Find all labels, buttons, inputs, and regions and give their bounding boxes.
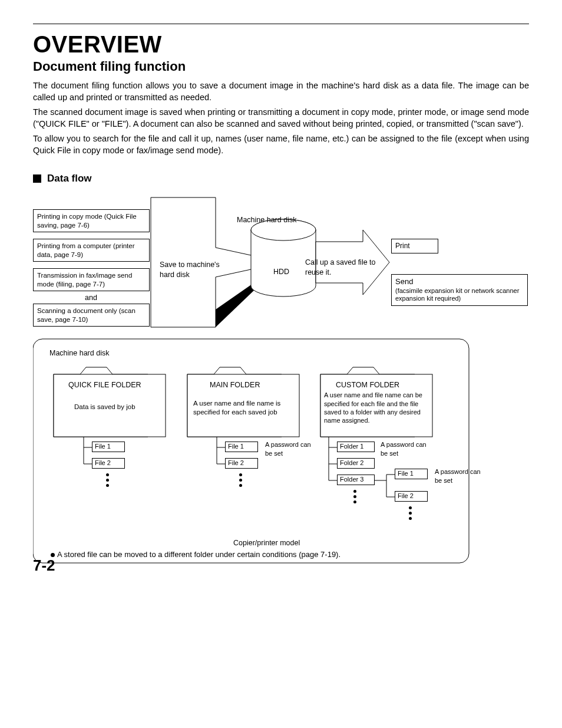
input-box-1: Printing in copy mode (Quick File saving… (33, 209, 150, 232)
page-number: 7-2 (33, 556, 55, 575)
custom-dots-2 (409, 506, 412, 520)
main-file-2: File 2 (225, 458, 258, 469)
call-label: Call up a saved file to reuse it. (305, 258, 376, 277)
main-file-1: File 1 (225, 442, 258, 452)
top-rule (33, 24, 529, 24)
paragraph-1: The document filing function allows you … (33, 80, 529, 103)
main-dots (239, 473, 242, 487)
page-title: OVERVIEW (33, 31, 529, 58)
main-pw: A password can be set (265, 440, 318, 457)
quick-file-2: File 2 (92, 458, 125, 469)
print-box: Print (391, 239, 438, 253)
send-label: Send (395, 277, 524, 286)
and-label: and (85, 293, 97, 302)
hdd-label: HDD (273, 267, 289, 276)
input-box-2: Printing from a computer (printer data, … (33, 239, 150, 262)
custom-pw2: A password can be set (435, 467, 488, 485)
save-label: Save to machine's hard disk (160, 260, 230, 279)
quick-folder-desc: Data is saved by job (74, 403, 163, 411)
custom-folder-hd: CUSTOM FOLDER (336, 380, 399, 390)
custom-dots-1 (353, 490, 356, 503)
quick-file-1: File 1 (92, 442, 125, 452)
quick-folder-hd: QUICK FILE FOLDER (68, 380, 141, 390)
paragraph-2: The scanned document image is saved when… (33, 107, 529, 130)
main-folder-hd: MAIN FOLDER (210, 380, 260, 390)
quick-dots (106, 473, 109, 487)
section-title: Data flow (47, 173, 92, 185)
paragraph-3: To allow you to search for the file and … (33, 133, 529, 156)
input-box-4: Scanning a document only (scan save, pag… (33, 304, 150, 327)
custom-pw1: A password can be set (381, 440, 434, 457)
square-bullet-icon (33, 174, 41, 183)
hdd-top-label: Machine hard disk (237, 215, 296, 225)
custom-folder-3: Folder 3 (337, 475, 375, 485)
footnote-text: A stored file can be moved to a differen… (57, 550, 340, 559)
custom-folder-1: Folder 1 (337, 442, 375, 452)
main-folder-desc: A user name and file name is specified f… (193, 399, 298, 417)
custom-file-2: File 2 (395, 491, 428, 502)
custom-folder-2: Folder 2 (337, 458, 375, 469)
input-box-3: Transmission in fax/image send mode (fil… (33, 268, 150, 291)
send-box: Send (facsimile expansion kit or network… (391, 274, 528, 306)
send-note: (facsimile expansion kit or network scan… (395, 287, 524, 304)
data-flow-diagram: Printing in copy mode (Quick File saving… (33, 192, 529, 569)
disk-title: Machine hard disk (49, 348, 109, 358)
section-header: Data flow (33, 173, 529, 185)
footnote: A stored file can be moved to a differen… (51, 550, 340, 559)
page-subtitle: Document filing function (33, 59, 529, 74)
model-label: Copier/printer model (233, 538, 300, 548)
custom-folder-desc: A user name and file name can be specifi… (324, 391, 431, 424)
custom-file-1: File 1 (395, 469, 428, 479)
